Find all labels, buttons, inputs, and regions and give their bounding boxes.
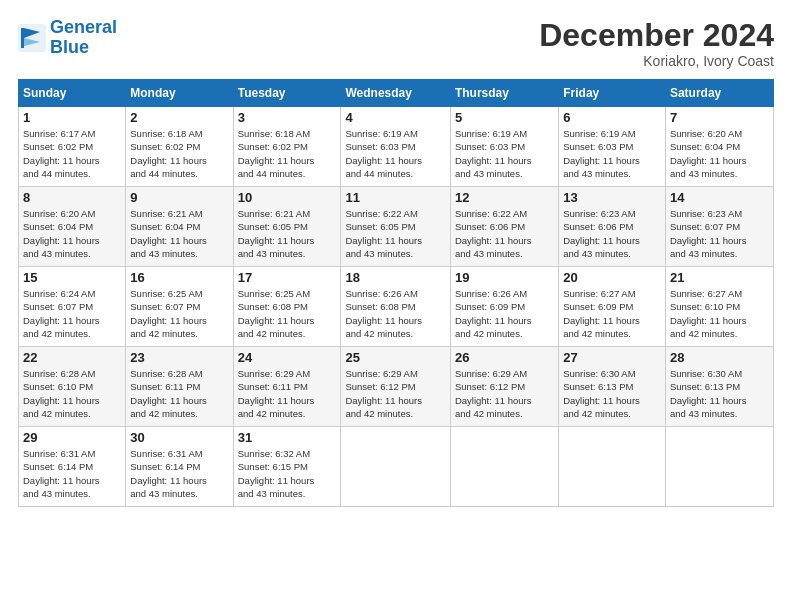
page: General Blue December 2024 Koriakro, Ivo… [0, 0, 792, 612]
day-number: 6 [563, 110, 661, 125]
calendar-header-monday: Monday [126, 80, 233, 107]
day-info: Sunrise: 6:30 AMSunset: 6:13 PMDaylight:… [563, 367, 661, 420]
calendar-cell: 3Sunrise: 6:18 AMSunset: 6:02 PMDaylight… [233, 107, 341, 187]
calendar-cell [559, 427, 666, 507]
week-row-1: 8Sunrise: 6:20 AMSunset: 6:04 PMDaylight… [19, 187, 774, 267]
week-row-2: 15Sunrise: 6:24 AMSunset: 6:07 PMDayligh… [19, 267, 774, 347]
calendar-cell: 5Sunrise: 6:19 AMSunset: 6:03 PMDaylight… [450, 107, 558, 187]
day-info: Sunrise: 6:25 AMSunset: 6:07 PMDaylight:… [130, 287, 228, 340]
calendar-cell: 15Sunrise: 6:24 AMSunset: 6:07 PMDayligh… [19, 267, 126, 347]
day-number: 25 [345, 350, 445, 365]
calendar-cell: 30Sunrise: 6:31 AMSunset: 6:14 PMDayligh… [126, 427, 233, 507]
day-number: 7 [670, 110, 769, 125]
calendar-cell: 16Sunrise: 6:25 AMSunset: 6:07 PMDayligh… [126, 267, 233, 347]
calendar-cell: 2Sunrise: 6:18 AMSunset: 6:02 PMDaylight… [126, 107, 233, 187]
week-row-0: 1Sunrise: 6:17 AMSunset: 6:02 PMDaylight… [19, 107, 774, 187]
day-number: 31 [238, 430, 337, 445]
day-number: 28 [670, 350, 769, 365]
calendar-cell: 24Sunrise: 6:29 AMSunset: 6:11 PMDayligh… [233, 347, 341, 427]
calendar-cell: 28Sunrise: 6:30 AMSunset: 6:13 PMDayligh… [665, 347, 773, 427]
logo-line2: Blue [50, 37, 89, 57]
header: General Blue December 2024 Koriakro, Ivo… [18, 18, 774, 69]
day-number: 24 [238, 350, 337, 365]
day-info: Sunrise: 6:18 AMSunset: 6:02 PMDaylight:… [130, 127, 228, 180]
calendar-cell: 31Sunrise: 6:32 AMSunset: 6:15 PMDayligh… [233, 427, 341, 507]
day-info: Sunrise: 6:32 AMSunset: 6:15 PMDaylight:… [238, 447, 337, 500]
day-info: Sunrise: 6:28 AMSunset: 6:11 PMDaylight:… [130, 367, 228, 420]
day-info: Sunrise: 6:31 AMSunset: 6:14 PMDaylight:… [130, 447, 228, 500]
day-number: 8 [23, 190, 121, 205]
day-number: 13 [563, 190, 661, 205]
title-block: December 2024 Koriakro, Ivory Coast [539, 18, 774, 69]
calendar-cell: 27Sunrise: 6:30 AMSunset: 6:13 PMDayligh… [559, 347, 666, 427]
day-info: Sunrise: 6:23 AMSunset: 6:06 PMDaylight:… [563, 207, 661, 260]
calendar-cell: 23Sunrise: 6:28 AMSunset: 6:11 PMDayligh… [126, 347, 233, 427]
calendar-cell: 20Sunrise: 6:27 AMSunset: 6:09 PMDayligh… [559, 267, 666, 347]
calendar-cell: 6Sunrise: 6:19 AMSunset: 6:03 PMDaylight… [559, 107, 666, 187]
day-info: Sunrise: 6:25 AMSunset: 6:08 PMDaylight:… [238, 287, 337, 340]
day-number: 18 [345, 270, 445, 285]
day-info: Sunrise: 6:19 AMSunset: 6:03 PMDaylight:… [455, 127, 554, 180]
day-info: Sunrise: 6:26 AMSunset: 6:08 PMDaylight:… [345, 287, 445, 340]
calendar-cell: 25Sunrise: 6:29 AMSunset: 6:12 PMDayligh… [341, 347, 450, 427]
day-info: Sunrise: 6:22 AMSunset: 6:06 PMDaylight:… [455, 207, 554, 260]
logo: General Blue [18, 18, 117, 58]
calendar-header-tuesday: Tuesday [233, 80, 341, 107]
day-info: Sunrise: 6:19 AMSunset: 6:03 PMDaylight:… [563, 127, 661, 180]
day-number: 19 [455, 270, 554, 285]
day-number: 20 [563, 270, 661, 285]
day-number: 26 [455, 350, 554, 365]
calendar-cell: 7Sunrise: 6:20 AMSunset: 6:04 PMDaylight… [665, 107, 773, 187]
calendar-cell: 21Sunrise: 6:27 AMSunset: 6:10 PMDayligh… [665, 267, 773, 347]
day-info: Sunrise: 6:18 AMSunset: 6:02 PMDaylight:… [238, 127, 337, 180]
calendar-cell: 29Sunrise: 6:31 AMSunset: 6:14 PMDayligh… [19, 427, 126, 507]
logo-icon [18, 24, 46, 52]
day-info: Sunrise: 6:31 AMSunset: 6:14 PMDaylight:… [23, 447, 121, 500]
day-number: 30 [130, 430, 228, 445]
calendar-body: 1Sunrise: 6:17 AMSunset: 6:02 PMDaylight… [19, 107, 774, 507]
day-info: Sunrise: 6:19 AMSunset: 6:03 PMDaylight:… [345, 127, 445, 180]
calendar-cell: 19Sunrise: 6:26 AMSunset: 6:09 PMDayligh… [450, 267, 558, 347]
calendar-cell [665, 427, 773, 507]
week-row-3: 22Sunrise: 6:28 AMSunset: 6:10 PMDayligh… [19, 347, 774, 427]
calendar-cell: 26Sunrise: 6:29 AMSunset: 6:12 PMDayligh… [450, 347, 558, 427]
day-info: Sunrise: 6:21 AMSunset: 6:04 PMDaylight:… [130, 207, 228, 260]
day-number: 9 [130, 190, 228, 205]
day-number: 14 [670, 190, 769, 205]
day-info: Sunrise: 6:24 AMSunset: 6:07 PMDaylight:… [23, 287, 121, 340]
calendar-cell: 13Sunrise: 6:23 AMSunset: 6:06 PMDayligh… [559, 187, 666, 267]
day-number: 2 [130, 110, 228, 125]
day-number: 4 [345, 110, 445, 125]
calendar-cell: 9Sunrise: 6:21 AMSunset: 6:04 PMDaylight… [126, 187, 233, 267]
day-number: 10 [238, 190, 337, 205]
day-info: Sunrise: 6:27 AMSunset: 6:10 PMDaylight:… [670, 287, 769, 340]
day-info: Sunrise: 6:29 AMSunset: 6:12 PMDaylight:… [345, 367, 445, 420]
calendar-header-saturday: Saturday [665, 80, 773, 107]
calendar-cell [450, 427, 558, 507]
day-info: Sunrise: 6:17 AMSunset: 6:02 PMDaylight:… [23, 127, 121, 180]
day-number: 21 [670, 270, 769, 285]
calendar-header-wednesday: Wednesday [341, 80, 450, 107]
day-number: 23 [130, 350, 228, 365]
month-title: December 2024 [539, 18, 774, 53]
day-number: 15 [23, 270, 121, 285]
calendar-cell: 18Sunrise: 6:26 AMSunset: 6:08 PMDayligh… [341, 267, 450, 347]
day-number: 11 [345, 190, 445, 205]
week-row-4: 29Sunrise: 6:31 AMSunset: 6:14 PMDayligh… [19, 427, 774, 507]
day-number: 12 [455, 190, 554, 205]
calendar-cell: 4Sunrise: 6:19 AMSunset: 6:03 PMDaylight… [341, 107, 450, 187]
day-number: 27 [563, 350, 661, 365]
calendar-cell: 8Sunrise: 6:20 AMSunset: 6:04 PMDaylight… [19, 187, 126, 267]
day-number: 5 [455, 110, 554, 125]
day-number: 22 [23, 350, 121, 365]
day-info: Sunrise: 6:20 AMSunset: 6:04 PMDaylight:… [670, 127, 769, 180]
calendar-cell: 12Sunrise: 6:22 AMSunset: 6:06 PMDayligh… [450, 187, 558, 267]
calendar: SundayMondayTuesdayWednesdayThursdayFrid… [18, 79, 774, 507]
calendar-header-sunday: Sunday [19, 80, 126, 107]
day-info: Sunrise: 6:30 AMSunset: 6:13 PMDaylight:… [670, 367, 769, 420]
day-info: Sunrise: 6:29 AMSunset: 6:11 PMDaylight:… [238, 367, 337, 420]
day-info: Sunrise: 6:20 AMSunset: 6:04 PMDaylight:… [23, 207, 121, 260]
location: Koriakro, Ivory Coast [539, 53, 774, 69]
day-number: 29 [23, 430, 121, 445]
day-info: Sunrise: 6:28 AMSunset: 6:10 PMDaylight:… [23, 367, 121, 420]
